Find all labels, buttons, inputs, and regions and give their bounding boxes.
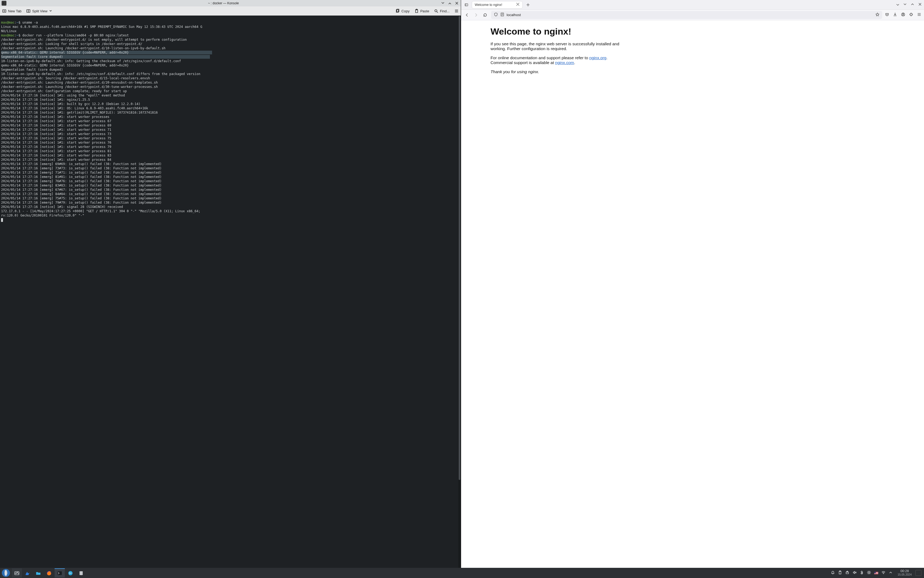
out-line: 2024/05/14 17:27:16 [notice] 1#1: start … — [1, 132, 112, 136]
task-system-monitor[interactable] — [12, 568, 22, 578]
svg-rect-7 — [465, 3, 468, 6]
taskbar-clock[interactable]: 00:28 15.05.2024 — [895, 570, 914, 576]
out-line: 10-listen-on-ipv6-by-default.sh: info: /… — [1, 72, 200, 76]
tracking-shield-icon[interactable] — [494, 12, 498, 18]
out-line: 2024/05/14 17:27:16 [notice] 1#1: signal… — [1, 205, 123, 209]
task-discover[interactable] — [23, 568, 33, 578]
clock-date: 15.05.2024 — [898, 573, 912, 576]
link-nginx-org[interactable]: nginx.org — [589, 55, 607, 60]
firefox-toolbar: localhost — [461, 10, 924, 20]
prompt-path: ~ — [16, 34, 18, 37]
tray-updates-icon[interactable] — [845, 570, 849, 575]
window-minimize-icon[interactable] — [903, 2, 907, 7]
task-files[interactable] — [33, 568, 44, 578]
out-line: rv:120.0) Gecko/20100101 Firefox/120.0" … — [1, 214, 84, 217]
system-tray — [828, 570, 895, 575]
out-line: 2024/05/14 17:27:16 [notice] 1#1: getrli… — [1, 111, 158, 114]
task-archiver[interactable] — [76, 568, 86, 578]
svg-rect-26 — [874, 572, 876, 573]
firefox-window: Welcome to nginx! — [461, 0, 924, 568]
account-icon[interactable] — [901, 12, 905, 18]
tray-volume-muted-icon[interactable] — [853, 570, 856, 575]
konsole-titlebar[interactable]: ~ : docker — Konsole — [0, 0, 461, 6]
out-line: 2024/05/14 17:27:16 [emerg] 73#73: io_se… — [1, 166, 162, 170]
out-line: 2024/05/14 17:27:16 [emerg] 67#67: io_se… — [1, 188, 162, 192]
link-nginx-com[interactable]: nginx.com — [555, 60, 574, 65]
page-content: Welcome to nginx! If you see this page, … — [461, 20, 924, 568]
split-view-button[interactable]: Split View — [26, 9, 52, 13]
out-line: 2024/05/14 17:27:16 [notice] 1#1: start … — [1, 115, 110, 119]
cmd-docker: docker run --platform linux/amd64 -p 80:… — [23, 34, 129, 37]
out-line: 2024/05/14 17:27:16 [notice] 1#1: start … — [1, 128, 112, 132]
tray-network-wifi-icon[interactable] — [882, 570, 885, 575]
svg-point-10 — [903, 13, 904, 15]
tray-brightness-icon[interactable] — [867, 570, 871, 575]
new-tab-button[interactable] — [525, 2, 531, 8]
terminal-cursor — [1, 218, 3, 222]
tray-expand-icon[interactable] — [888, 570, 893, 575]
nav-forward-button[interactable] — [473, 12, 479, 18]
page-p2: For online documentation and support ple… — [490, 55, 635, 65]
out-line: /docker-entrypoint.sh: Configuration com… — [1, 89, 127, 93]
task-konsole[interactable] — [55, 568, 65, 578]
hamburger-menu-button[interactable] — [455, 9, 459, 13]
minimize-button[interactable] — [440, 1, 445, 6]
svg-point-21 — [868, 572, 870, 573]
out-line: 2024/05/14 17:27:16 [notice] 1#1: start … — [1, 154, 112, 157]
new-tab-button[interactable]: New Tab — [2, 9, 21, 13]
out-line: 10-listen-on-ipv6-by-default.sh: info: G… — [1, 59, 181, 63]
application-launcher[interactable] — [1, 568, 11, 577]
find-label: Find... — [440, 9, 450, 13]
nav-back-button[interactable] — [464, 12, 470, 18]
out-line: 172.17.0.1 - - [14/May/2024:17:27:25 +00… — [1, 209, 200, 213]
out-line: /docker-entrypoint.sh: /docker-entrypoin… — [1, 38, 187, 42]
page-h1: Welcome to nginx! — [490, 26, 895, 37]
site-info-icon[interactable] — [500, 12, 505, 18]
new-tab-label: New Tab — [8, 9, 21, 13]
browser-tab[interactable]: Welcome to nginx! — [472, 1, 523, 8]
terminal-scrollbar[interactable] — [458, 16, 461, 568]
konsole-title: ~ : docker — Konsole — [8, 2, 438, 5]
maximize-button[interactable] — [447, 1, 452, 6]
konsole-window: ~ : docker — Konsole New Tab Split View — [0, 0, 461, 568]
tab-close-icon[interactable] — [516, 2, 520, 7]
chevron-down-icon — [49, 9, 52, 13]
bookmark-star-icon[interactable] — [875, 12, 880, 18]
firefox-tabstrip: Welcome to nginx! — [461, 0, 924, 10]
extensions-icon[interactable] — [909, 12, 913, 18]
out-line: 2024/05/14 17:27:16 [notice] 1#1: start … — [1, 158, 112, 162]
nav-reload-button[interactable] — [482, 12, 489, 18]
svg-rect-25 — [874, 573, 878, 574]
url-bar[interactable]: localhost — [491, 11, 882, 19]
window-close-icon[interactable] — [918, 2, 922, 7]
svg-point-27 — [883, 573, 884, 574]
app-menu-icon[interactable] — [917, 12, 921, 18]
konsole-app-icon — [2, 1, 6, 6]
tray-clipboard-icon[interactable] — [838, 570, 842, 575]
task-kdevelop[interactable] — [65, 568, 76, 578]
out-line: 2024/05/14 17:27:16 [notice] 1#1: start … — [1, 123, 112, 127]
out-line: 2024/05/14 17:27:16 [emerg] 83#83: io_se… — [1, 183, 162, 187]
terminal-viewport[interactable]: max@mac:~$ uname -a Linux mac 6.8.9-403.… — [0, 16, 461, 568]
pocket-icon[interactable] — [885, 12, 889, 18]
tray-keyboard-layout-icon[interactable] — [874, 571, 878, 575]
tray-bluetooth-icon[interactable] — [860, 570, 864, 575]
window-maximize-icon[interactable] — [911, 2, 914, 7]
list-all-tabs-button[interactable] — [895, 2, 901, 8]
prompt-user: max@mac — [1, 21, 15, 24]
selected-text: Segmentation fault (core dumped) — [1, 55, 63, 59]
out-line: 2024/05/14 17:27:16 [emerg] 71#71: io_se… — [1, 171, 162, 174]
split-view-label: Split View — [32, 9, 47, 13]
kde-taskbar: 00:28 15.05.2024 — [0, 568, 924, 578]
find-button[interactable]: Find... — [434, 9, 450, 13]
copy-button[interactable]: Copy — [395, 9, 409, 13]
task-firefox[interactable] — [44, 568, 54, 578]
downloads-icon[interactable] — [893, 12, 897, 18]
tray-notifications-icon[interactable] — [831, 570, 835, 575]
paste-button[interactable]: Paste — [414, 9, 429, 13]
sidebar-toggle-button[interactable] — [463, 2, 469, 8]
show-desktop-button[interactable] — [916, 570, 921, 576]
out-line: /docker-entrypoint.sh: Launching /docker… — [1, 46, 165, 50]
close-button[interactable] — [455, 1, 459, 6]
out-line: 2024/05/14 17:27:16 [notice] 1#1: using … — [1, 94, 125, 97]
